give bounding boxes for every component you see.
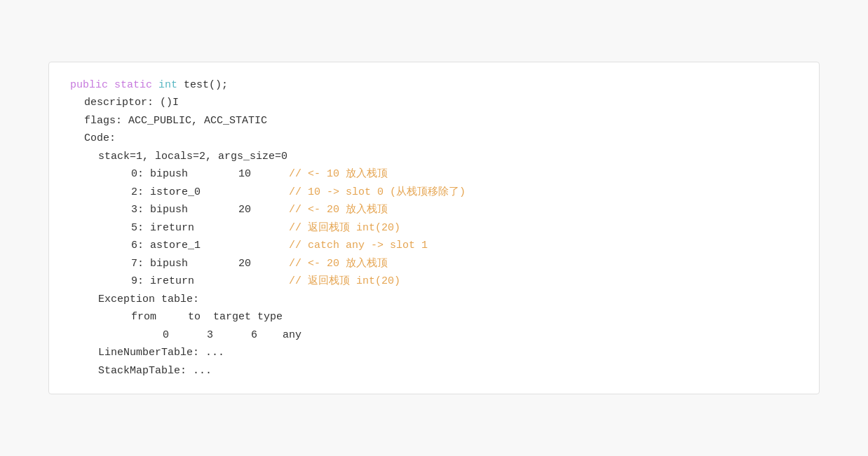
line-bytecode-0: 0: bipush 10 // <- 10 放入栈顶 — [70, 165, 798, 184]
line-method-sig: public static int test(); — [70, 76, 798, 95]
line-linenumber-table: LineNumberTable: ... — [70, 344, 798, 362]
line-bytecode-2: 2: istore_0 // 10 -> slot 0 (从栈顶移除了) — [70, 184, 798, 202]
line-exception-table-label: Exception table: — [70, 291, 798, 309]
line-flags: flags: ACC_PUBLIC, ACC_STATIC — [70, 112, 798, 130]
line-code-label: Code: — [70, 130, 798, 148]
line-bytecode-7: 7: bipush 20 // <- 20 放入栈顶 — [70, 255, 798, 273]
line-stackmap-table: StackMapTable: ... — [70, 362, 798, 380]
line-exception-header: from to target type — [70, 308, 798, 326]
line-stack-info: stack=1, locals=2, args_size=0 — [70, 148, 798, 166]
line-descriptor: descriptor: ()I — [70, 94, 798, 112]
line-bytecode-9: 9: ireturn // 返回栈顶 int(20) — [70, 272, 798, 291]
type-int: int — [158, 76, 177, 95]
line-bytecode-6: 6: astore_1 // catch any -> slot 1 — [70, 237, 798, 255]
keyword-static: static — [114, 76, 152, 95]
line-exception-row: 0 3 6 any — [70, 326, 798, 345]
keyword-public: public — [70, 76, 108, 95]
line-bytecode-5: 5: ireturn // 返回栈顶 int(20) — [70, 219, 798, 237]
line-bytecode-3: 3: bipush 20 // <- 20 放入栈顶 — [70, 201, 798, 219]
code-block: public static int test(); descriptor: ()… — [48, 62, 820, 395]
